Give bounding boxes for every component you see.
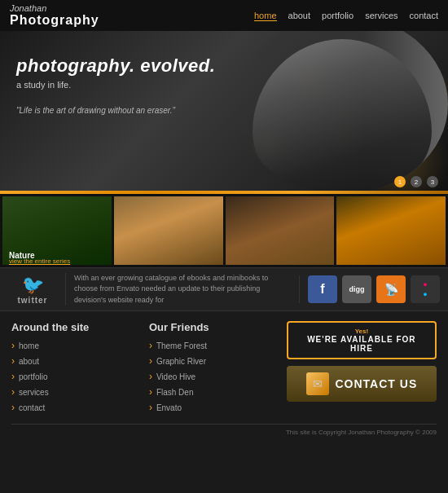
nav-home[interactable]: home <box>254 11 277 21</box>
nav-portfolio[interactable]: portfolio <box>322 11 354 20</box>
footer-columns: Around the site home about portfolio ser… <box>11 321 437 417</box>
flickr-icon-box[interactable]: ●● <box>411 275 440 303</box>
hero-face <box>253 39 432 194</box>
footer-col-site: Around the site home about portfolio ser… <box>11 321 149 417</box>
hero-quote: "Life is the art of drawing without an e… <box>16 106 215 115</box>
logo-area: Jonathan Photography <box>10 3 99 28</box>
digg-icon: digg <box>349 285 365 293</box>
hero-color-bar <box>0 191 448 194</box>
gallery-bg-3 <box>226 196 335 265</box>
footer-link-graphicriver[interactable]: Graphic River <box>149 355 287 367</box>
footer-link-about[interactable]: about <box>11 355 149 367</box>
tweet-text: With an ever growing catalogue of ebooks… <box>65 273 299 306</box>
footer-link-themeforest[interactable]: Theme Forest <box>149 340 287 351</box>
nav-about[interactable]: about <box>288 11 311 20</box>
footer-col2-heading: Our Friends <box>149 321 287 333</box>
social-bar: 🐦 twitter With an ever growing catalogue… <box>0 267 448 311</box>
gallery-item-1[interactable]: Nature view the entire series <box>2 196 112 265</box>
rss-icon-box[interactable]: 📡 <box>376 275 406 303</box>
footer-link-home[interactable]: home <box>11 340 149 351</box>
footer-link-envato[interactable]: Envato <box>149 402 287 413</box>
footer-col1-heading: Around the site <box>11 321 149 333</box>
hero-pagination: 1 2 3 <box>394 176 438 187</box>
hire-title: WE'RE AVAILABLE FOR HIRE <box>296 335 427 353</box>
hire-yes-label: Yes! <box>296 328 427 335</box>
facebook-icon-box[interactable]: f <box>308 275 337 303</box>
main-nav: home about portfolio services contact <box>254 11 438 21</box>
hero-dot-2[interactable]: 2 <box>411 176 422 187</box>
logo-main: Photography <box>10 13 99 28</box>
gallery-item-4[interactable] <box>336 196 446 265</box>
hero-dot-1[interactable]: 1 <box>394 176 406 187</box>
footer-link-portfolio[interactable]: portfolio <box>11 371 149 382</box>
gallery-bg-4 <box>336 196 446 265</box>
nav-services[interactable]: services <box>365 11 397 20</box>
copyright-text: This site is Copyright Jonathan Photogra… <box>286 429 437 436</box>
hire-box: Yes! WE'RE AVAILABLE FOR HIRE <box>287 321 437 359</box>
gallery-sublabel-1[interactable]: view the entire series <box>9 258 70 265</box>
contact-us-button[interactable]: ✉ CONTACT US <box>287 366 437 402</box>
contact-us-text: CONTACT US <box>336 377 418 390</box>
footer: Around the site home about portfolio ser… <box>0 311 448 441</box>
gallery-strip: Nature view the entire series <box>0 194 448 267</box>
contact-icon: ✉ <box>306 372 329 395</box>
facebook-icon: f <box>320 282 324 297</box>
logo-script: Jonathan <box>10 3 99 13</box>
footer-link-services[interactable]: services <box>11 386 149 398</box>
flickr-icon: ● <box>423 280 427 288</box>
nav-contact[interactable]: contact <box>410 11 438 20</box>
hero-dot-3[interactable]: 3 <box>427 176 438 187</box>
hero-title: photography. evolved. <box>16 55 215 77</box>
header: Jonathan Photography home about portfoli… <box>0 0 448 31</box>
gallery-item-2[interactable] <box>114 196 223 265</box>
twitter-bird-icon: 🐦 <box>22 275 44 296</box>
gallery-bg-2 <box>114 196 223 265</box>
footer-link-videohive[interactable]: Video Hive <box>149 371 287 382</box>
footer-link-contact[interactable]: contact <box>11 402 149 413</box>
footer-copyright: This site is Copyright Jonathan Photogra… <box>11 424 437 436</box>
rss-icon: 📡 <box>384 283 398 296</box>
footer-col-friends: Our Friends Theme Forest Graphic River V… <box>149 321 287 417</box>
twitter-logo: 🐦 twitter <box>0 275 65 305</box>
footer-link-flashden[interactable]: Flash Den <box>149 386 287 398</box>
gallery-item-3[interactable] <box>226 196 335 265</box>
hero-subtitle: a study in life. <box>16 80 215 90</box>
hero-text: photography. evolved. a study in life. "… <box>16 55 215 115</box>
digg-icon-box[interactable]: digg <box>342 275 371 303</box>
twitter-label: twitter <box>18 296 48 305</box>
social-icons: f digg 📡 ●● <box>299 275 448 303</box>
footer-col-hire: Yes! WE'RE AVAILABLE FOR HIRE ✉ CONTACT … <box>287 321 437 417</box>
hero-slider: photography. evolved. a study in life. "… <box>0 31 448 194</box>
